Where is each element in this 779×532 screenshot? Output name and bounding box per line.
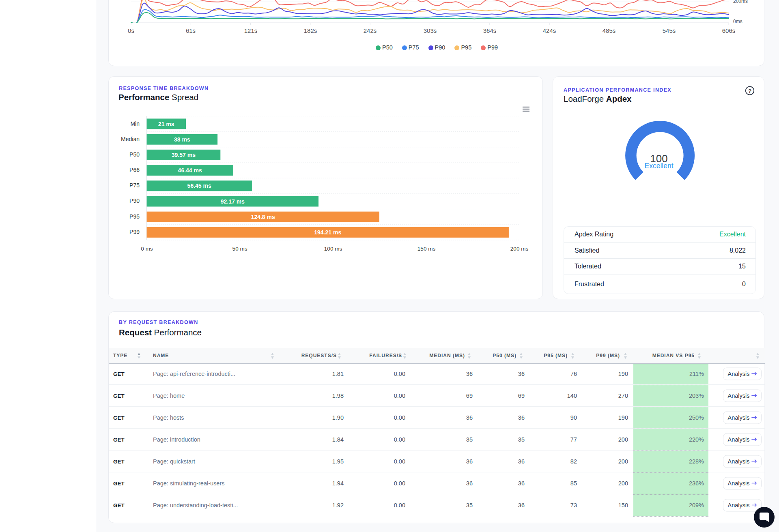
svg-text:56.45 ms: 56.45 ms bbox=[187, 182, 211, 189]
svg-text:38 ms: 38 ms bbox=[174, 136, 190, 143]
svg-text:46.44 ms: 46.44 ms bbox=[178, 167, 202, 174]
svg-text:92.17 ms: 92.17 ms bbox=[221, 198, 245, 205]
svg-text:21 ms: 21 ms bbox=[158, 121, 174, 127]
svg-text:?: ? bbox=[748, 88, 751, 94]
svg-text:39.57 ms: 39.57 ms bbox=[172, 152, 196, 158]
svg-text:194.21 ms: 194.21 ms bbox=[314, 229, 341, 236]
svg-text:124.8 ms: 124.8 ms bbox=[251, 214, 275, 220]
